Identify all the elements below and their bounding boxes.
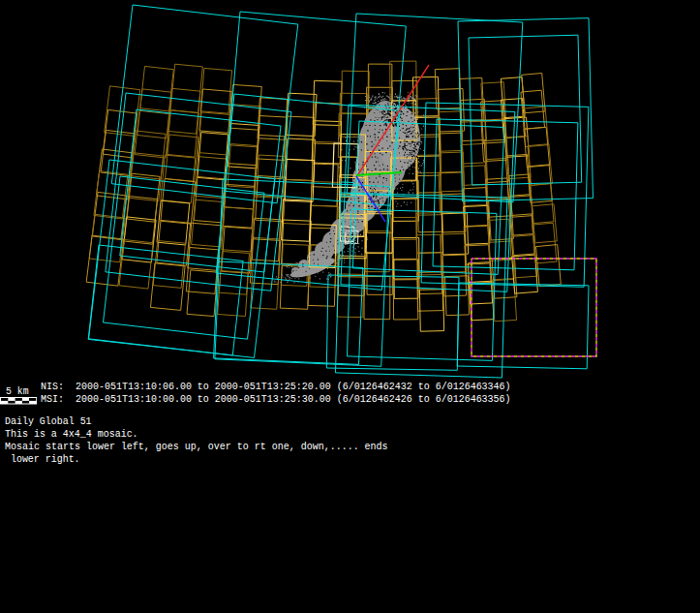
svg-text:5 km: 5 km <box>6 385 29 397</box>
svg-text:MSI: 2000-051T13:10:00.00 to: MSI: 2000-051T13:10:00.00 to 2000-051T13… <box>41 393 511 405</box>
svg-text:lower right.: lower right. <box>5 453 80 465</box>
svg-text:This is a 4x4_4 mosaic.: This is a 4x4_4 mosaic. <box>5 428 138 440</box>
svg-text:Mosaic starts lower left, goes: Mosaic starts lower left, goes up, over … <box>5 441 388 452</box>
svg-text:Daily Global 51: Daily Global 51 <box>5 415 92 427</box>
svg-text:NIS: 2000-051T13:10:06.00 to: NIS: 2000-051T13:10:06.00 to 2000-051T13… <box>41 381 511 392</box>
